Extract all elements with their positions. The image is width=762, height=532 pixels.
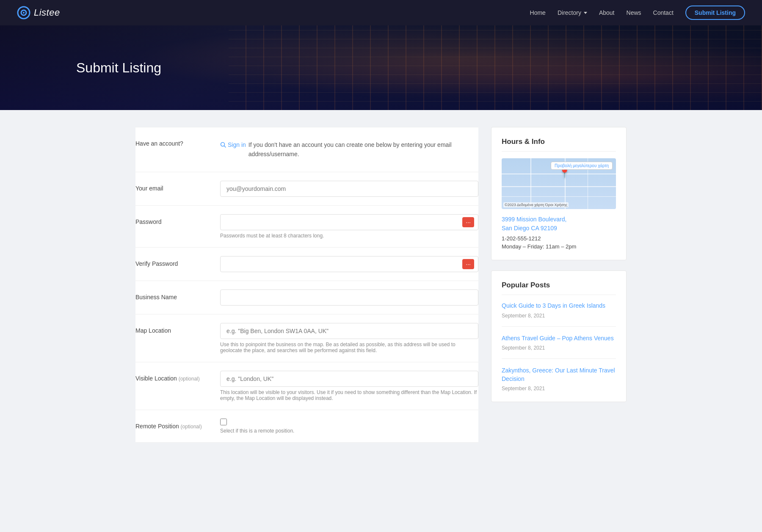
have-account-row: Have an account? Sign in If you don't ha… xyxy=(135,127,478,172)
visible-location-label: Visible Location (optional) xyxy=(135,371,220,382)
map-location-row: Map Location Use this to poinpoint the b… xyxy=(135,314,478,362)
sign-in-link[interactable]: Sign in xyxy=(220,140,246,149)
password-label: Password xyxy=(135,214,220,225)
nav-item-about[interactable]: About xyxy=(599,9,615,16)
verify-password-input-wrapper: ··· xyxy=(220,256,478,272)
sign-in-row: Sign in If you don't have an account you… xyxy=(220,136,478,163)
visible-location-field-wrapper: This location will be visible to your vi… xyxy=(220,371,478,401)
verify-password-toggle-button[interactable]: ··· xyxy=(462,259,474,269)
nav-link-news[interactable]: News xyxy=(627,9,641,16)
visible-location-row: Visible Location (optional) This locatio… xyxy=(135,362,478,410)
popular-post-item: Athens Travel Guide – Pop Athens Venues … xyxy=(502,334,616,359)
svg-point-2 xyxy=(23,12,25,14)
search-icon xyxy=(220,142,226,148)
nav-link-home[interactable]: Home xyxy=(530,9,546,16)
remote-position-checkbox-row xyxy=(220,419,478,425)
popular-post-item: Quick Guide to 3 Days in Greek Islands S… xyxy=(502,302,616,327)
nav-item-directory[interactable]: Directory xyxy=(558,9,587,16)
address-link[interactable]: 3999 Mission Boulevard, San Diego CA 921… xyxy=(502,215,616,233)
visible-location-hint: This location will be visible to your vi… xyxy=(220,389,478,401)
popular-posts-card: Popular Posts Quick Guide to 3 Days in G… xyxy=(491,270,627,402)
visible-location-input[interactable] xyxy=(220,371,478,387)
remote-position-label: Remote Position (optional) xyxy=(135,419,220,430)
nav-item-submit[interactable]: Submit Listing xyxy=(685,6,745,20)
map-road xyxy=(530,158,531,209)
email-field-wrapper xyxy=(220,181,478,197)
brand-logo-icon xyxy=(17,6,30,19)
email-row: Your email xyxy=(135,172,478,206)
nav-item-home[interactable]: Home xyxy=(530,9,546,16)
map-credit: ©2023 Δεδομένα χάρτη Όροι Χρήσης xyxy=(503,202,569,207)
remote-position-field-wrapper: Select if this is a remote position. xyxy=(220,419,478,434)
popular-post-item: Zakynthos, Greece: Our Last Minute Trave… xyxy=(502,367,616,391)
hero-title: Submit Listing xyxy=(76,60,161,76)
popular-post-link[interactable]: Zakynthos, Greece: Our Last Minute Trave… xyxy=(502,367,616,383)
business-name-field-wrapper xyxy=(220,289,478,306)
nav-item-news[interactable]: News xyxy=(627,9,641,16)
map-location-label: Map Location xyxy=(135,323,220,334)
map-popup[interactable]: Προβολή μεγαλύτερου χάρτη xyxy=(551,162,613,170)
business-name-input[interactable] xyxy=(220,289,478,306)
map-location-hint: Use this to poinpoint the business on th… xyxy=(220,342,478,353)
hero-section: Submit Listing xyxy=(0,25,762,110)
verify-password-input[interactable] xyxy=(220,256,478,272)
address-hours: Monday – Friday: 11am – 2pm xyxy=(502,243,616,250)
address-phone: 1-202-555-1212 xyxy=(502,235,616,242)
remote-position-row: Remote Position (optional) Select if thi… xyxy=(135,410,478,443)
nav-link-directory[interactable]: Directory xyxy=(558,9,587,16)
password-row: Password ··· Passwords must be at least … xyxy=(135,206,478,248)
map-road xyxy=(502,186,616,187)
popular-post-link[interactable]: Quick Guide to 3 Days in Greek Islands xyxy=(502,302,616,310)
email-input[interactable] xyxy=(220,181,478,197)
popular-post-link[interactable]: Athens Travel Guide – Pop Athens Venues xyxy=(502,334,616,343)
password-input[interactable] xyxy=(220,214,478,230)
nav-link-contact[interactable]: Contact xyxy=(653,9,674,16)
popular-post-date: September 8, 2021 xyxy=(502,313,545,319)
password-input-wrapper: ··· xyxy=(220,214,478,230)
email-label: Your email xyxy=(135,181,220,192)
map-container[interactable]: 📍 Προβολή μεγαλύτερου χάρτη ©2023 Δεδομέ… xyxy=(502,158,616,209)
verify-password-label: Verify Password xyxy=(135,256,220,267)
verify-password-field-wrapper: ··· xyxy=(220,256,478,272)
have-account-label: Have an account? xyxy=(135,136,220,147)
popular-posts-title: Popular Posts xyxy=(502,281,616,295)
password-field-wrapper: ··· Passwords must be at least 8 charact… xyxy=(220,214,478,239)
nav-item-contact[interactable]: Contact xyxy=(653,9,674,16)
map-location-input[interactable] xyxy=(220,323,478,339)
business-name-row: Business Name xyxy=(135,281,478,314)
svg-line-4 xyxy=(224,146,226,148)
chevron-down-icon xyxy=(584,12,587,14)
submit-listing-form: Have an account? Sign in If you don't ha… xyxy=(135,127,478,443)
remote-position-checkbox[interactable] xyxy=(220,419,227,425)
hours-info-card: Hours & Info 📍 Προβολή μεγαλύτερου χάρτη xyxy=(491,127,627,260)
verify-password-row: Verify Password ··· xyxy=(135,248,478,281)
remote-position-hint: Select if this is a remote position. xyxy=(220,428,478,434)
brand-name: Listee xyxy=(34,7,60,18)
submit-listing-button[interactable]: Submit Listing xyxy=(685,6,745,20)
business-name-label: Business Name xyxy=(135,289,220,300)
main-content: Have an account? Sign in If you don't ha… xyxy=(127,110,635,460)
navbar: Listee Home Directory About News Contact… xyxy=(0,0,762,25)
hero-decoration xyxy=(229,25,762,110)
sidebar: Hours & Info 📍 Προβολή μεγαλύτερου χάρτη xyxy=(491,127,627,443)
map-location-field-wrapper: Use this to poinpoint the business on th… xyxy=(220,323,478,353)
map-background: 📍 Προβολή μεγαλύτερου χάρτη ©2023 Δεδομέ… xyxy=(502,158,616,209)
password-toggle-button[interactable]: ··· xyxy=(462,217,474,227)
map-road xyxy=(502,196,616,197)
popular-post-date: September 8, 2021 xyxy=(502,386,545,391)
nav-link-about[interactable]: About xyxy=(599,9,615,16)
brand[interactable]: Listee xyxy=(17,6,60,19)
password-hint: Passwords must be at least 8 characters … xyxy=(220,233,478,239)
nav-menu: Home Directory About News Contact Submit… xyxy=(530,6,745,20)
popular-post-date: September 8, 2021 xyxy=(502,345,545,351)
hours-info-title: Hours & Info xyxy=(502,138,616,152)
